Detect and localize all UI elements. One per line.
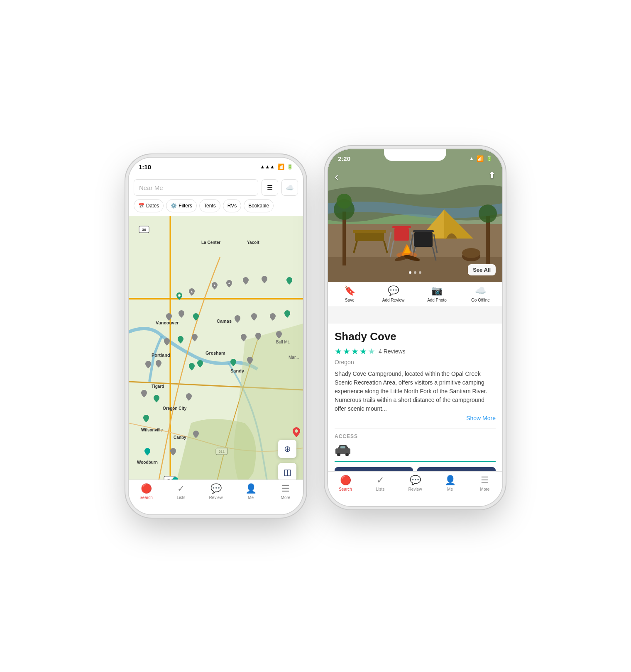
save-action[interactable]: 🔖 Save [328,285,372,302]
see-all-photos-button[interactable]: See All [468,264,496,275]
svg-rect-38 [394,228,409,241]
list-view-button[interactable]: ☰ [262,179,278,196]
svg-rect-53 [355,233,384,241]
sliders-icon: ⚙️ [171,203,177,209]
review-icon: 💬 [210,483,222,494]
access-section: ACCESS [335,428,496,471]
campsite-photo-header: ‹ ⬆ See All [328,149,502,282]
chat-icon: 💬 [388,285,399,296]
crosshair-icon: ⊕ [284,444,291,454]
star-1: ★ [335,346,342,356]
svg-point-62 [462,248,480,258]
phone-1-notch [185,158,247,169]
phone-2-tab-bar: 🔴 Search ✓ Lists 💬 Review 👤 Me ☰ Mo [328,471,502,506]
layers-button[interactable]: ◫ [278,463,296,481]
tab-more-1[interactable]: ☰ More [268,483,303,500]
wifi-icon: 📶 [277,163,284,170]
dates-filter[interactable]: 📅 Dates [134,199,164,212]
back-button[interactable]: ‹ [335,170,338,183]
tab-lists-1[interactable]: ✓ Lists [164,483,198,500]
svg-point-60 [479,205,497,223]
svg-rect-37 [392,226,411,228]
show-more-button[interactable]: Show More [335,415,496,421]
battery-icon: 🔋 [287,164,293,170]
tab-lists-2[interactable]: ✓ Lists [363,475,398,492]
campsite-name: Shady Cove [335,330,496,343]
rvs-filter[interactable]: RVs [223,199,241,212]
campsite-location: Oregon [335,359,496,365]
lists-icon-2: ✓ [377,475,384,486]
bookable-filter[interactable]: Bookable [244,199,274,212]
binoculars-icon: 🔴 [141,483,152,494]
review-count: 4 Reviews [379,348,406,355]
map-header: Near Me ☰ ☁️ 📅 Dates ⚙️ [129,176,303,216]
tab-me-label-2: Me [447,487,453,492]
tab-more-label-1: More [281,495,291,500]
profile-icon: 👤 [245,483,257,494]
svg-text:Gresham: Gresham [205,351,225,355]
binoculars-icon-2: 🔴 [340,475,351,486]
rating-row: ★ ★ ★ ★ ★ 4 Reviews [335,346,496,356]
svg-text:Bull Mt.: Bull Mt. [276,340,290,344]
battery-icon-2: 🔋 [486,156,492,161]
offline-action[interactable]: ☁️ Go Offline [459,285,502,302]
detail-scroll-area[interactable]: Shady Cove ★ ★ ★ ★ ★ 4 Reviews Orego [328,324,502,471]
svg-rect-44 [414,232,433,247]
svg-rect-43 [413,230,434,232]
signal-icon-2: ▲ [469,156,474,161]
review-label: Add Review [382,298,404,302]
tab-search-2[interactable]: 🔴 Search [328,475,363,492]
lists-icon: ✓ [177,483,185,494]
offline-label: Go Offline [471,298,490,302]
svg-text:Yacolt: Yacolt [247,240,259,245]
tab-search-label-1: Search [139,495,153,500]
cta-row: ℹ Visit Website 📞 503-854-3366 [335,467,496,471]
review-action[interactable]: 💬 Add Review [372,285,415,302]
svg-text:▲: ▲ [213,283,216,287]
tents-filter[interactable]: Tents [199,199,220,212]
filters-button[interactable]: ⚙️ Filters [166,199,197,212]
tab-lists-label-2: Lists [376,487,385,492]
tab-review-2[interactable]: 💬 Review [398,475,433,492]
phone-2-time: 2:20 [338,155,350,162]
search-box[interactable]: Near Me [134,179,258,196]
visit-website-button[interactable]: ℹ Visit Website [335,467,413,471]
campsite-description: Shady Cove Campground, located within th… [335,370,496,413]
tab-search-1[interactable]: 🔴 Search [129,483,164,500]
svg-text:Oregon City: Oregon City [163,406,187,411]
svg-text:La Center: La Center [201,240,220,245]
share-button[interactable]: ⬆ [488,170,496,181]
menu-icon-1: ☰ [281,483,290,494]
star-rating: ★ ★ ★ ★ ★ [335,346,375,356]
svg-text:Sandy: Sandy [230,368,245,373]
bookmark-icon: 🔖 [344,285,355,296]
campsite-detail-content: Shady Cove ★ ★ ★ ★ ★ 4 Reviews Orego [328,324,502,471]
access-title: ACCESS [335,433,496,439]
access-divider [335,461,496,462]
tab-me-1[interactable]: 👤 Me [233,483,268,500]
cloud-button[interactable]: ☁️ [281,179,298,196]
calendar-icon: 📅 [138,203,144,209]
wifi-icon-2: 📶 [477,155,484,162]
see-all-label: See All [473,267,491,273]
location-button[interactable]: ⊕ [278,440,296,458]
layers-icon: ◫ [284,467,291,477]
tab-review-1[interactable]: 💬 Review [198,483,233,500]
phone-2-status-icons: ▲ 📶 🔋 [469,155,492,162]
svg-text:▲: ▲ [190,290,193,293]
camera-icon: 📷 [431,285,443,296]
tab-review-label-2: Review [408,487,422,492]
tab-more-2[interactable]: ☰ More [467,475,502,492]
star-half: ★ [368,346,375,356]
svg-text:Wilsonville: Wilsonville [141,428,163,432]
phone-1-tab-bar: 🔴 Search ✓ Lists 💬 Review 👤 Me ☰ Mo [129,480,303,514]
tab-me-2[interactable]: 👤 Me [433,475,467,492]
map-area[interactable]: 30 22 213 211 Vancouver [129,216,303,498]
star-4: ★ [360,346,367,356]
map-svg: 30 22 213 211 Vancouver [129,216,303,498]
svg-rect-66 [340,446,345,448]
photo-action[interactable]: 📷 Add Photo [415,285,459,302]
call-phone-button[interactable]: 📞 503-854-3366 [417,467,496,471]
cloud-icon: ☁️ [286,184,294,192]
photo-label: Add Photo [427,298,447,302]
